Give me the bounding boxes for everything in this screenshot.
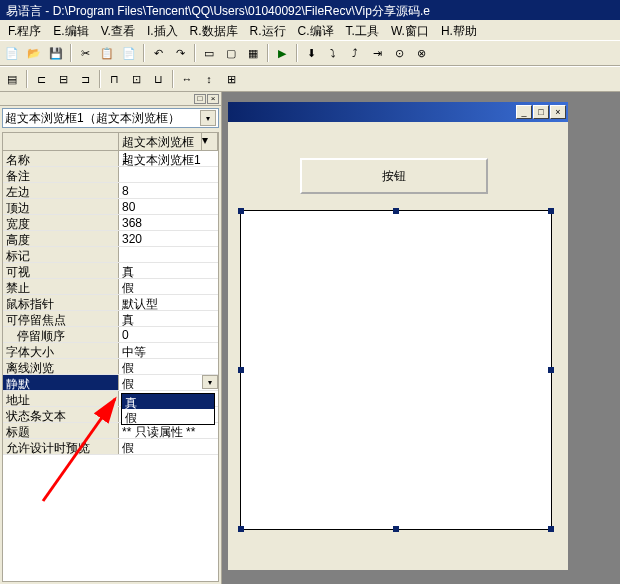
- grid-icon[interactable]: ▦: [243, 43, 263, 63]
- resize-handle[interactable]: [238, 208, 244, 214]
- same-size-icon[interactable]: ⊞: [221, 69, 241, 89]
- panel-header: □ ×: [0, 92, 221, 106]
- property-row[interactable]: 鼠标指针默认型: [3, 295, 218, 311]
- menu-insert[interactable]: I.插入: [143, 22, 182, 38]
- step-over-icon[interactable]: ⤴: [345, 43, 365, 63]
- property-value[interactable]: 假: [119, 279, 218, 294]
- object-selector-text: 超文本浏览框1（超文本浏览框）: [5, 110, 180, 127]
- close-icon[interactable]: ×: [550, 105, 566, 119]
- cut-icon[interactable]: ✂: [75, 43, 95, 63]
- menu-edit[interactable]: E.编辑: [49, 22, 92, 38]
- property-value[interactable]: 假▾: [119, 375, 218, 390]
- property-value[interactable]: 超文本浏览框1: [119, 151, 218, 166]
- property-row[interactable]: 标题** 只读属性 **: [3, 423, 218, 439]
- stop-icon[interactable]: ⊗: [411, 43, 431, 63]
- property-row[interactable]: 字体大小中等: [3, 343, 218, 359]
- align-top-icon[interactable]: ⊓: [104, 69, 124, 89]
- undo-icon[interactable]: ↶: [148, 43, 168, 63]
- property-value[interactable]: 真: [119, 263, 218, 278]
- property-row[interactable]: 可视真: [3, 263, 218, 279]
- maximize-icon[interactable]: □: [533, 105, 549, 119]
- property-row[interactable]: 允许设计时预览假: [3, 439, 218, 455]
- object-selector[interactable]: 超文本浏览框1（超文本浏览框） ▾: [2, 108, 219, 128]
- run-icon[interactable]: ▶: [272, 43, 292, 63]
- resize-handle[interactable]: [238, 367, 244, 373]
- form-icon[interactable]: ▢: [221, 43, 241, 63]
- web-browser-control[interactable]: [240, 210, 552, 530]
- property-row[interactable]: 禁止假: [3, 279, 218, 295]
- menu-program[interactable]: F.程序: [4, 22, 45, 38]
- resize-handle[interactable]: [548, 208, 554, 214]
- resize-handle[interactable]: [548, 526, 554, 532]
- menu-tools[interactable]: T.工具: [342, 22, 383, 38]
- toolbar-separator: [267, 44, 268, 62]
- redo-icon[interactable]: ↷: [170, 43, 190, 63]
- step-out-icon[interactable]: ⇥: [367, 43, 387, 63]
- property-value[interactable]: 320: [119, 231, 218, 246]
- property-row[interactable]: 停留顺序0: [3, 327, 218, 343]
- close-icon[interactable]: ×: [207, 94, 219, 104]
- property-value[interactable]: [119, 247, 218, 262]
- align-left-icon[interactable]: ⊏: [31, 69, 51, 89]
- menu-view[interactable]: V.查看: [97, 22, 139, 38]
- property-value[interactable]: ** 只读属性 **: [119, 423, 218, 438]
- resize-handle[interactable]: [393, 208, 399, 214]
- new-icon[interactable]: 📄: [2, 43, 22, 63]
- resize-handle[interactable]: [393, 526, 399, 532]
- step-into-icon[interactable]: ⤵: [323, 43, 343, 63]
- property-row[interactable]: 名称超文本浏览框1: [3, 151, 218, 167]
- align-middle-icon[interactable]: ⊡: [126, 69, 146, 89]
- open-icon[interactable]: 📂: [24, 43, 44, 63]
- dropdown-option-false[interactable]: 假: [122, 409, 214, 424]
- property-value[interactable]: 假: [119, 359, 218, 374]
- menu-database[interactable]: R.数据库: [186, 22, 242, 38]
- copy-icon[interactable]: 📋: [97, 43, 117, 63]
- minimize-icon[interactable]: _: [516, 105, 532, 119]
- property-row[interactable]: 标记: [3, 247, 218, 263]
- paste-icon[interactable]: 📄: [119, 43, 139, 63]
- property-value[interactable]: [119, 167, 218, 182]
- property-value[interactable]: 80: [119, 199, 218, 214]
- property-value[interactable]: 368: [119, 215, 218, 230]
- property-value[interactable]: 假: [119, 439, 218, 454]
- property-row[interactable]: 离线浏览假: [3, 359, 218, 375]
- form-designer[interactable]: _ □ × 按钮: [228, 102, 568, 570]
- window-icon[interactable]: ▭: [199, 43, 219, 63]
- toolbar-separator: [143, 44, 144, 62]
- resize-handle[interactable]: [548, 367, 554, 373]
- same-width-icon[interactable]: ↔: [177, 69, 197, 89]
- button-control[interactable]: 按钮: [300, 158, 488, 194]
- step-icon[interactable]: ⬇: [301, 43, 321, 63]
- menu-window[interactable]: W.窗口: [387, 22, 433, 38]
- chevron-down-icon[interactable]: ▾: [200, 110, 216, 126]
- form-body[interactable]: 按钮: [228, 122, 568, 570]
- property-value[interactable]: 0: [119, 327, 218, 342]
- property-row[interactable]: 顶边80: [3, 199, 218, 215]
- property-value[interactable]: 8: [119, 183, 218, 198]
- same-height-icon[interactable]: ↕: [199, 69, 219, 89]
- property-value[interactable]: 真: [119, 311, 218, 326]
- align-bottom-icon[interactable]: ⊔: [148, 69, 168, 89]
- chevron-down-icon[interactable]: ▾: [202, 133, 218, 150]
- property-row[interactable]: 可停留焦点真: [3, 311, 218, 327]
- property-row[interactable]: 备注: [3, 167, 218, 183]
- property-name: 左边: [3, 183, 119, 198]
- property-row[interactable]: 宽度368: [3, 215, 218, 231]
- align-right-icon[interactable]: ⊐: [75, 69, 95, 89]
- property-value[interactable]: 默认型: [119, 295, 218, 310]
- property-value[interactable]: 中等: [119, 343, 218, 358]
- pin-icon[interactable]: □: [194, 94, 206, 104]
- chevron-down-icon[interactable]: ▾: [202, 375, 218, 389]
- save-icon[interactable]: 💾: [46, 43, 66, 63]
- align-icon[interactable]: ▤: [2, 69, 22, 89]
- menu-run[interactable]: R.运行: [246, 22, 290, 38]
- dropdown-option-true[interactable]: 真: [122, 394, 214, 409]
- resize-handle[interactable]: [238, 526, 244, 532]
- property-row[interactable]: 静默假▾: [3, 375, 218, 391]
- property-row[interactable]: 高度320: [3, 231, 218, 247]
- breakpoint-icon[interactable]: ⊙: [389, 43, 409, 63]
- align-center-icon[interactable]: ⊟: [53, 69, 73, 89]
- property-row[interactable]: 左边8: [3, 183, 218, 199]
- menu-help[interactable]: H.帮助: [437, 22, 481, 38]
- menu-compile[interactable]: C.编译: [294, 22, 338, 38]
